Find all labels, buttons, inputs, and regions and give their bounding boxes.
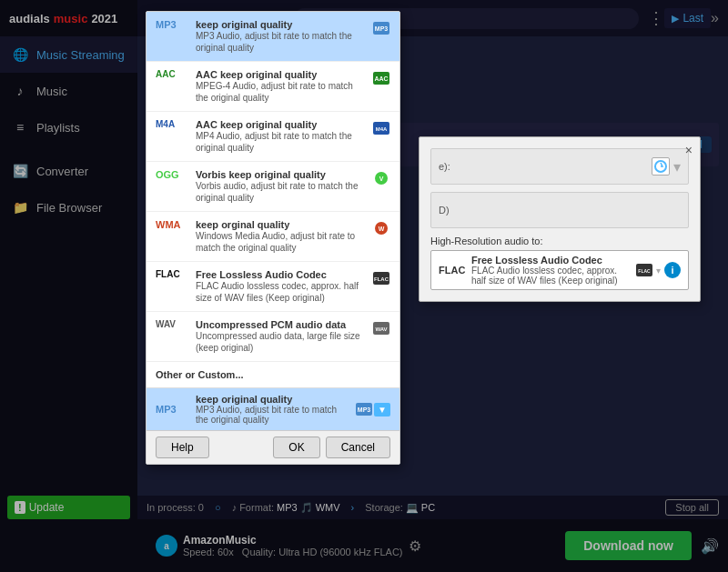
format-title-mp3-top: keep original quality — [196, 19, 365, 30]
wma-format-icon: W — [372, 219, 390, 237]
cancel-button[interactable]: Cancel — [326, 437, 390, 458]
format-option-aac[interactable]: AAC AAC keep original quality MPEG-4 Aud… — [147, 62, 399, 112]
svg-text:FLAC: FLAC — [638, 268, 651, 274]
format-title-aac: AAC keep original quality — [196, 69, 365, 80]
format-dropdown: MP3 keep original quality MP3 Audio, adj… — [146, 11, 400, 465]
dialog-format-sub: FLAC Audio lossless codec, approx. half … — [471, 266, 631, 286]
format-option-mp3-selected[interactable]: MP3 keep original quality MP3 Audio, adj… — [147, 12, 399, 62]
m4a-format-icon: M4A — [372, 119, 390, 137]
flac-format-icon: FLAC — [372, 269, 390, 287]
svg-text:FLAC: FLAC — [374, 276, 389, 282]
dropdown-buttons: Help OK Cancel — [147, 430, 399, 464]
footer-desc: keep original quality MP3 Audio, adjust … — [196, 394, 349, 425]
format-option-m4a[interactable]: M4A AAC keep original quality MP4 Audio,… — [147, 112, 399, 162]
format-label-wav: WAV — [156, 319, 188, 329]
dialog-format-title: Free Lossless Audio Codec — [471, 255, 631, 266]
flac-arrow: ▾ — [656, 266, 661, 276]
format-desc-m4a: AAC keep original quality MP4 Audio, adj… — [196, 119, 365, 154]
dialog-section-label: High-Resolution audio to: — [430, 236, 689, 246]
audio-settings-dialog: × e): ▾ D) High-Resolution audio to: FLA… — [419, 136, 701, 302]
svg-text:V: V — [379, 176, 384, 182]
svg-text:MP3: MP3 — [358, 406, 371, 413]
format-label-aac: AAC — [156, 69, 188, 79]
format-sub-wav: Uncompressed audio data, large file size… — [196, 330, 365, 354]
dialog-placeholder-2: D) — [439, 205, 450, 216]
mp3-format-icon: MP3 — [372, 19, 390, 37]
dialog-format-box: FLAC Free Lossless Audio Codec FLAC Audi… — [430, 250, 689, 290]
ogg-format-icon: V — [372, 169, 390, 187]
format-desc-flac: Free Lossless Audio Codec FLAC Audio los… — [196, 269, 365, 304]
info-icon[interactable]: i — [664, 262, 681, 278]
format-sub-mp3-top: MP3 Audio, adjust bit rate to match the … — [196, 30, 365, 54]
format-option-ogg[interactable]: OGG Vorbis keep original quality Vorbis … — [147, 162, 399, 212]
footer-title: keep original quality — [196, 394, 349, 405]
ok-button[interactable]: OK — [273, 437, 319, 458]
format-title-ogg: Vorbis keep original quality — [196, 169, 365, 180]
footer-format-label: MP3 — [156, 404, 188, 415]
format-label-wma: WMA — [156, 219, 188, 230]
format-sub-ogg: Vorbis audio, adjust bit rate to match t… — [196, 180, 365, 204]
svg-text:M4A: M4A — [376, 126, 388, 132]
other-custom-option[interactable]: Other or Custom... — [147, 362, 399, 388]
dialog-row-1: e): ▾ — [430, 148, 689, 185]
format-sub-flac: FLAC Audio lossless codec, approx. half … — [196, 280, 365, 304]
format-label-mp3-top: MP3 — [156, 19, 188, 30]
format-desc-wma: keep orginal quality Windows Media Audio… — [196, 219, 365, 254]
svg-text:WAV: WAV — [375, 326, 387, 332]
dialog-format-icons: FLAC ▾ i — [636, 262, 681, 278]
format-title-wav: Uncompressed PCM audio data — [196, 319, 365, 330]
ok-cancel-group: OK Cancel — [273, 437, 390, 458]
format-sub-m4a: MP4 Audio, adjust bit rate to match the … — [196, 130, 365, 154]
svg-text:W: W — [379, 226, 385, 232]
wav-format-icon: WAV — [372, 319, 390, 337]
svg-text:MP3: MP3 — [375, 25, 389, 32]
format-desc-ogg: Vorbis keep original quality Vorbis audi… — [196, 169, 365, 204]
help-button[interactable]: Help — [156, 437, 209, 458]
format-desc-mp3-top: keep original quality MP3 Audio, adjust … — [196, 19, 365, 54]
format-label-flac: FLAC — [156, 269, 188, 279]
dialog-spinner-1[interactable] — [652, 157, 670, 176]
footer-sub: MP3 Audio, adjust bit rate to match the … — [196, 405, 349, 425]
svg-text:AAC: AAC — [374, 75, 388, 82]
format-desc-aac: AAC keep original quality MPEG-4 Audio, … — [196, 69, 365, 104]
format-option-flac[interactable]: FLAC Free Lossless Audio Codec FLAC Audi… — [147, 262, 399, 312]
dialog-format-label: FLAC — [439, 265, 466, 276]
format-desc-wav: Uncompressed PCM audio data Uncompressed… — [196, 319, 365, 354]
spinner-arrow: ▾ — [673, 158, 681, 176]
format-title-wma: keep orginal quality — [196, 219, 365, 230]
footer-arrow-button[interactable]: ▼ — [374, 403, 390, 416]
format-label-m4a: M4A — [156, 119, 188, 129]
footer-icon-area: MP3 ▼ — [356, 403, 390, 416]
format-sub-aac: MPEG-4 Audio, adjust bit rate to match t… — [196, 80, 365, 104]
dialog-close-button[interactable]: × — [685, 143, 693, 157]
dialog-row-2: D) — [430, 192, 689, 228]
format-label-ogg: OGG — [156, 169, 188, 180]
format-title-m4a: AAC keep original quality — [196, 119, 365, 130]
aac-format-icon: AAC — [372, 69, 390, 87]
dropdown-footer: MP3 keep original quality MP3 Audio, adj… — [147, 388, 399, 430]
dialog-placeholder-1: e): — [439, 161, 450, 172]
format-title-flac: Free Lossless Audio Codec — [196, 269, 365, 280]
format-sub-wma: Windows Media Audio, adjust bit rate to … — [196, 230, 365, 254]
format-option-wma[interactable]: WMA keep orginal quality Windows Media A… — [147, 212, 399, 262]
format-option-wav[interactable]: WAV Uncompressed PCM audio data Uncompre… — [147, 312, 399, 362]
dialog-format-desc-area: Free Lossless Audio Codec FLAC Audio los… — [471, 255, 631, 286]
